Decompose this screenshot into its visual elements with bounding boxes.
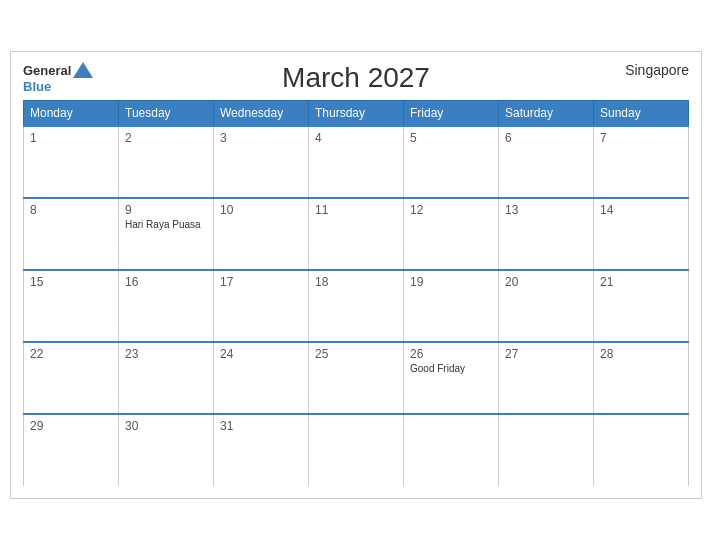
day-number: 29	[30, 419, 112, 433]
day-number: 27	[505, 347, 587, 361]
day-number: 7	[600, 131, 682, 145]
day-cell-w1-d4: 4	[309, 126, 404, 198]
day-cell-w2-d1: 8	[24, 198, 119, 270]
calendar-title: March 2027	[23, 62, 689, 94]
day-cell-w4-d1: 22	[24, 342, 119, 414]
day-number: 19	[410, 275, 492, 289]
day-cell-w1-d1: 1	[24, 126, 119, 198]
day-cell-w2-d6: 13	[499, 198, 594, 270]
day-cell-w1-d5: 5	[404, 126, 499, 198]
day-cell-w4-d6: 27	[499, 342, 594, 414]
week-row-4: 2223242526Good Friday2728	[24, 342, 689, 414]
week-row-3: 15161718192021	[24, 270, 689, 342]
header-wednesday: Wednesday	[214, 101, 309, 127]
day-cell-w2-d2: 9Hari Raya Puasa	[119, 198, 214, 270]
header-monday: Monday	[24, 101, 119, 127]
day-number: 20	[505, 275, 587, 289]
calendar-header: General Blue March 2027 Singapore	[23, 62, 689, 94]
day-cell-w3-d7: 21	[594, 270, 689, 342]
day-cell-w3-d4: 18	[309, 270, 404, 342]
day-cell-w3-d5: 19	[404, 270, 499, 342]
day-number: 8	[30, 203, 112, 217]
day-number: 5	[410, 131, 492, 145]
day-cell-w1-d3: 3	[214, 126, 309, 198]
week-row-1: 1234567	[24, 126, 689, 198]
day-cell-w1-d2: 2	[119, 126, 214, 198]
day-cell-w4-d4: 25	[309, 342, 404, 414]
header-thursday: Thursday	[309, 101, 404, 127]
week-row-5: 293031	[24, 414, 689, 486]
day-number: 23	[125, 347, 207, 361]
day-cell-w1-d7: 7	[594, 126, 689, 198]
day-cell-w5-d6	[499, 414, 594, 486]
region-label: Singapore	[625, 62, 689, 78]
brand-general-text: General	[23, 64, 71, 78]
header-friday: Friday	[404, 101, 499, 127]
day-number: 31	[220, 419, 302, 433]
day-number: 4	[315, 131, 397, 145]
day-number: 17	[220, 275, 302, 289]
calendar-container: General Blue March 2027 Singapore Monday…	[10, 51, 702, 499]
day-cell-w2-d4: 11	[309, 198, 404, 270]
day-cell-w2-d5: 12	[404, 198, 499, 270]
day-cell-w5-d3: 31	[214, 414, 309, 486]
day-cell-w5-d4	[309, 414, 404, 486]
day-cell-w3-d1: 15	[24, 270, 119, 342]
day-number: 18	[315, 275, 397, 289]
day-cell-w4-d5: 26Good Friday	[404, 342, 499, 414]
day-number: 15	[30, 275, 112, 289]
header-sunday: Sunday	[594, 101, 689, 127]
day-number: 28	[600, 347, 682, 361]
calendar-grid: Monday Tuesday Wednesday Thursday Friday…	[23, 100, 689, 486]
day-number: 3	[220, 131, 302, 145]
day-cell-w1-d6: 6	[499, 126, 594, 198]
weekday-header-row: Monday Tuesday Wednesday Thursday Friday…	[24, 101, 689, 127]
day-cell-w5-d7	[594, 414, 689, 486]
day-cell-w4-d7: 28	[594, 342, 689, 414]
brand-logo: General Blue	[23, 62, 93, 94]
day-cell-w4-d2: 23	[119, 342, 214, 414]
day-number: 10	[220, 203, 302, 217]
day-number: 26	[410, 347, 492, 361]
day-cell-w5-d1: 29	[24, 414, 119, 486]
day-cell-w3-d3: 17	[214, 270, 309, 342]
day-number: 14	[600, 203, 682, 217]
header-saturday: Saturday	[499, 101, 594, 127]
day-number: 22	[30, 347, 112, 361]
day-number: 1	[30, 131, 112, 145]
brand-blue-text: Blue	[23, 80, 51, 94]
day-cell-w5-d5	[404, 414, 499, 486]
day-number: 24	[220, 347, 302, 361]
day-number: 16	[125, 275, 207, 289]
day-number: 21	[600, 275, 682, 289]
day-number: 2	[125, 131, 207, 145]
day-cell-w3-d2: 16	[119, 270, 214, 342]
brand-triangle-icon	[73, 62, 93, 78]
day-cell-w3-d6: 20	[499, 270, 594, 342]
day-number: 6	[505, 131, 587, 145]
day-number: 12	[410, 203, 492, 217]
header-tuesday: Tuesday	[119, 101, 214, 127]
holiday-label: Good Friday	[410, 363, 492, 374]
day-cell-w2-d7: 14	[594, 198, 689, 270]
day-cell-w5-d2: 30	[119, 414, 214, 486]
day-cell-w4-d3: 24	[214, 342, 309, 414]
day-number: 9	[125, 203, 207, 217]
week-row-2: 89Hari Raya Puasa1011121314	[24, 198, 689, 270]
day-number: 30	[125, 419, 207, 433]
day-number: 25	[315, 347, 397, 361]
day-number: 11	[315, 203, 397, 217]
day-number: 13	[505, 203, 587, 217]
day-cell-w2-d3: 10	[214, 198, 309, 270]
holiday-label: Hari Raya Puasa	[125, 219, 207, 230]
